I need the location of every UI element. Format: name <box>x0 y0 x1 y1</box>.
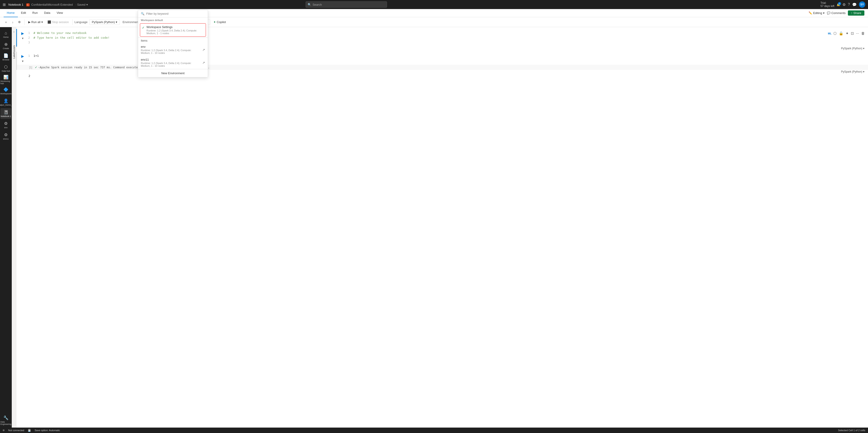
sidebar-toggle[interactable]: › <box>12 29 16 34</box>
selected-cell-text: Selected Cell 1 of 2 cells <box>838 429 865 432</box>
cell-1-tool-1[interactable]: ⬡ <box>833 31 837 36</box>
environment-label: Environment <box>123 20 139 24</box>
gear-icon: ⚙ <box>18 20 21 24</box>
cell-1-gutter: ▶ ▾ <box>17 31 28 40</box>
tab-bar: Home Edit Run Data View ✏️ Editing ▾ 💬 C… <box>0 9 868 17</box>
user-icon: 👤 <box>3 98 8 104</box>
cell-2-run-button[interactable]: ▶ <box>20 54 25 58</box>
create-icon: ⊕ <box>4 42 8 47</box>
status-bar: Not connected 💾 Save option: Automatic S… <box>0 428 868 433</box>
cell-1-collapse-button[interactable]: ▾ <box>22 36 24 40</box>
env-open-icon[interactable]: ↗ <box>202 48 205 52</box>
language-selector[interactable]: PySpark (Python) ▾ <box>89 19 120 25</box>
download-button[interactable]: ↓ <box>10 20 16 25</box>
copilot-button[interactable]: ✦ Copilot <box>211 20 228 25</box>
check-icon: ✓ <box>142 26 145 29</box>
search-input[interactable] <box>313 3 385 6</box>
feedback-icon[interactable]: 💬 <box>852 2 857 7</box>
cell-1-more-icon[interactable]: ··· <box>856 31 860 36</box>
settings-toolbar-button[interactable]: ⚙ <box>16 20 23 25</box>
grid-icon: ⊞ <box>3 2 6 7</box>
not-connected-text: Not connected <box>8 429 24 432</box>
lakehouses-label: Lakehouses <box>13 45 16 59</box>
workspaces-icon: 🔷 <box>3 87 8 92</box>
save-option-text: Save option: Automatic <box>35 429 60 432</box>
add-code-button[interactable]: ＋ <box>3 19 9 25</box>
stop-icon: ⬛ <box>48 20 51 24</box>
editing-button[interactable]: ✏️ Editing ▾ <box>809 11 825 15</box>
sidebar-item-notebook1[interactable]: 📓 Notebook 1 <box>0 108 11 119</box>
download-icon: ↓ <box>12 20 13 24</box>
help-icon[interactable]: ? <box>848 2 850 6</box>
sidebar-item-create[interactable]: ⊕ Create <box>0 40 11 51</box>
top-bar-right: Trial: 57 days left 🔔 5 ⚙ ? 💬 SY <box>820 1 865 8</box>
add-code-icon: ＋ <box>4 20 7 24</box>
env11-item-desc: Runtime: 1.2 (Spark 3.4, Delta 2.4); Com… <box>141 62 200 67</box>
datahub-icon: ⬡ <box>4 64 8 69</box>
browse-icon: 📄 <box>3 53 8 58</box>
notebook-area: ▶ ▾ 1 # Welcome to your new notebook 2 #… <box>16 27 868 428</box>
cell-2-gutter: ▶ ▾ <box>17 54 28 63</box>
search-icon: 🔍 <box>308 3 311 6</box>
env-item-content: env Runtime: 1.2 (Spark 3.4, Delta 2.4);… <box>141 45 200 54</box>
sidebar-item-data-engineering[interactable]: 🔧 Data Engineering <box>0 415 11 426</box>
sidebar-item-datahub[interactable]: ⬡ Data hub <box>0 63 11 74</box>
ml-badge[interactable]: ML <box>828 32 832 35</box>
sidebar-item-monitoring[interactable]: 📊 Monitoring hub <box>0 74 11 85</box>
sidebar-item-browse[interactable]: 📄 Browse <box>0 52 11 62</box>
tab-edit[interactable]: Edit <box>18 9 29 17</box>
cell-1-lock-icon[interactable]: 🔒 <box>838 31 844 36</box>
cell-1-delete-icon[interactable]: 🗑 <box>861 31 865 36</box>
output-label: [1] <box>29 66 32 69</box>
tab-data[interactable]: Data <box>41 9 53 17</box>
monitoring-icon: 📊 <box>3 75 8 80</box>
tab-view[interactable]: View <box>53 9 66 17</box>
output-check: ✓ <box>35 66 37 69</box>
home-icon: ⌂ <box>5 31 7 35</box>
dropdown-search: 🔍 <box>138 10 208 18</box>
run-all-icon: ▶ <box>28 20 31 24</box>
env11-item-name: env11 <box>141 58 200 61</box>
save-option-icon: 💾 <box>28 429 31 432</box>
env-dropdown: 🔍 Workspace default ✓ Workspace Settings… <box>138 10 208 77</box>
workspace-settings-item[interactable]: ✓ Workspace Settings Runtime: 1.2 (Spark… <box>140 23 206 37</box>
language-caret: ▾ <box>116 20 117 24</box>
cell-2-collapse-button[interactable]: ▾ <box>22 59 24 63</box>
avatar[interactable]: SY <box>859 1 865 8</box>
env11-item[interactable]: env11 Runtime: 1.2 (Spark 3.4, Delta 2.4… <box>138 56 208 69</box>
comments-icon: 💬 <box>827 11 831 15</box>
copilot-icon: ✦ <box>213 20 216 24</box>
settings-icon[interactable]: ⚙ <box>842 2 846 7</box>
dropdown-filter-input[interactable] <box>146 12 205 16</box>
secondary-sidebar: › Lakehouses <box>12 27 16 428</box>
share-icon: ↑ <box>851 11 852 15</box>
workspace-settings-name: Workspace Settings <box>147 25 204 29</box>
sidebar-item-workspaces[interactable]: 🔷 Workspaces <box>0 86 11 96</box>
tab-run[interactable]: Run <box>29 9 41 17</box>
share-button[interactable]: ↑ Share <box>848 10 864 16</box>
notification-bell[interactable]: 🔔 5 <box>837 3 840 6</box>
sidebar-item-demo-env[interactable]: 👤 Shuaijun_Demo_Env <box>0 97 11 108</box>
comments-button[interactable]: 💬 Comments <box>827 11 846 15</box>
sidebar-item-env[interactable]: ⚙ env <box>0 119 11 130</box>
cell-1-split-icon[interactable]: ⊡ <box>850 31 854 36</box>
sidebar-item-home[interactable]: ⌂ Home <box>0 29 11 40</box>
tab-home[interactable]: Home <box>4 9 18 17</box>
breadcrumb: C Confidential\Microsoft Extended <box>26 3 73 6</box>
notebook-icon: 📓 <box>3 110 8 115</box>
trial-text: Trial: 57 days left <box>820 1 834 8</box>
env-item[interactable]: env Runtime: 1.2 (Spark 3.4, Delta 2.4);… <box>138 43 208 56</box>
saved-status[interactable]: · Saved ▾ <box>75 3 88 6</box>
new-environment-button[interactable]: New Environment <box>138 69 208 77</box>
sidebar-item-env11[interactable]: ⚙ env11 <box>0 131 11 142</box>
cell-1-sparkle-icon[interactable]: ✦ <box>845 31 849 36</box>
env-icon: ⚙ <box>4 121 8 126</box>
run-all-button[interactable]: ▶ Run all ▾ <box>26 20 45 25</box>
status-dot <box>3 429 4 431</box>
cell-1-run-button[interactable]: ▶ <box>20 31 25 35</box>
env11-open-icon[interactable]: ↗ <box>202 61 205 64</box>
stop-session-button[interactable]: ⬛ Stop session <box>46 20 70 25</box>
workspace-default-label: Workspace default <box>138 18 208 22</box>
notebook-title: Notebook 1 <box>8 3 24 6</box>
search-box[interactable]: 🔍 <box>306 1 387 8</box>
